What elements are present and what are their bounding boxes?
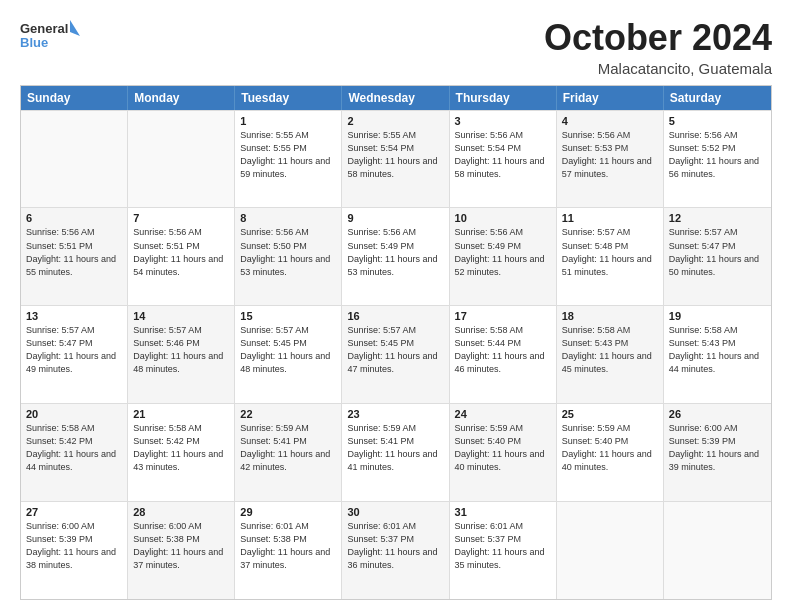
calendar-header: SundayMondayTuesdayWednesdayThursdayFrid… [21,86,771,110]
cal-cell-5: 5Sunrise: 5:56 AM Sunset: 5:52 PM Daylig… [664,111,771,208]
cal-cell-29: 29Sunrise: 6:01 AM Sunset: 5:38 PM Dayli… [235,502,342,599]
cal-cell-3: 3Sunrise: 5:56 AM Sunset: 5:54 PM Daylig… [450,111,557,208]
day-number: 20 [26,408,122,420]
day-number: 6 [26,212,122,224]
cal-cell-9: 9Sunrise: 5:56 AM Sunset: 5:49 PM Daylig… [342,208,449,305]
cell-details: Sunrise: 5:59 AM Sunset: 5:41 PM Dayligh… [347,422,443,474]
cal-cell-12: 12Sunrise: 5:57 AM Sunset: 5:47 PM Dayli… [664,208,771,305]
month-title: October 2024 [544,18,772,58]
day-number: 24 [455,408,551,420]
cell-details: Sunrise: 5:56 AM Sunset: 5:51 PM Dayligh… [26,226,122,278]
cell-details: Sunrise: 6:00 AM Sunset: 5:38 PM Dayligh… [133,520,229,572]
day-number: 16 [347,310,443,322]
cal-cell-empty [664,502,771,599]
cal-cell-2: 2Sunrise: 5:55 AM Sunset: 5:54 PM Daylig… [342,111,449,208]
day-of-week-saturday: Saturday [664,86,771,110]
cal-cell-4: 4Sunrise: 5:56 AM Sunset: 5:53 PM Daylig… [557,111,664,208]
cell-details: Sunrise: 5:57 AM Sunset: 5:45 PM Dayligh… [240,324,336,376]
cell-details: Sunrise: 5:58 AM Sunset: 5:42 PM Dayligh… [26,422,122,474]
cal-cell-31: 31Sunrise: 6:01 AM Sunset: 5:37 PM Dayli… [450,502,557,599]
day-of-week-sunday: Sunday [21,86,128,110]
calendar-row-4: 20Sunrise: 5:58 AM Sunset: 5:42 PM Dayli… [21,403,771,501]
cell-details: Sunrise: 5:58 AM Sunset: 5:43 PM Dayligh… [562,324,658,376]
cell-details: Sunrise: 5:58 AM Sunset: 5:43 PM Dayligh… [669,324,766,376]
day-number: 22 [240,408,336,420]
cal-cell-19: 19Sunrise: 5:58 AM Sunset: 5:43 PM Dayli… [664,306,771,403]
cal-cell-20: 20Sunrise: 5:58 AM Sunset: 5:42 PM Dayli… [21,404,128,501]
day-number: 12 [669,212,766,224]
day-number: 13 [26,310,122,322]
cal-cell-empty [557,502,664,599]
cal-cell-23: 23Sunrise: 5:59 AM Sunset: 5:41 PM Dayli… [342,404,449,501]
cal-cell-7: 7Sunrise: 5:56 AM Sunset: 5:51 PM Daylig… [128,208,235,305]
cal-cell-empty [128,111,235,208]
cell-details: Sunrise: 5:56 AM Sunset: 5:49 PM Dayligh… [347,226,443,278]
cal-cell-15: 15Sunrise: 5:57 AM Sunset: 5:45 PM Dayli… [235,306,342,403]
svg-marker-2 [70,20,80,36]
cell-details: Sunrise: 5:58 AM Sunset: 5:44 PM Dayligh… [455,324,551,376]
cell-details: Sunrise: 5:59 AM Sunset: 5:40 PM Dayligh… [455,422,551,474]
day-number: 11 [562,212,658,224]
cell-details: Sunrise: 5:57 AM Sunset: 5:46 PM Dayligh… [133,324,229,376]
day-number: 10 [455,212,551,224]
cal-cell-11: 11Sunrise: 5:57 AM Sunset: 5:48 PM Dayli… [557,208,664,305]
cal-cell-25: 25Sunrise: 5:59 AM Sunset: 5:40 PM Dayli… [557,404,664,501]
day-number: 15 [240,310,336,322]
cell-details: Sunrise: 5:57 AM Sunset: 5:45 PM Dayligh… [347,324,443,376]
cell-details: Sunrise: 6:00 AM Sunset: 5:39 PM Dayligh… [26,520,122,572]
cal-cell-10: 10Sunrise: 5:56 AM Sunset: 5:49 PM Dayli… [450,208,557,305]
location: Malacatancito, Guatemala [544,60,772,77]
day-number: 14 [133,310,229,322]
day-of-week-friday: Friday [557,86,664,110]
cell-details: Sunrise: 6:01 AM Sunset: 5:37 PM Dayligh… [347,520,443,572]
cal-cell-28: 28Sunrise: 6:00 AM Sunset: 5:38 PM Dayli… [128,502,235,599]
day-number: 23 [347,408,443,420]
cal-cell-17: 17Sunrise: 5:58 AM Sunset: 5:44 PM Dayli… [450,306,557,403]
cell-details: Sunrise: 5:56 AM Sunset: 5:49 PM Dayligh… [455,226,551,278]
day-of-week-wednesday: Wednesday [342,86,449,110]
calendar-row-1: 1Sunrise: 5:55 AM Sunset: 5:55 PM Daylig… [21,110,771,208]
day-of-week-thursday: Thursday [450,86,557,110]
cal-cell-21: 21Sunrise: 5:58 AM Sunset: 5:42 PM Dayli… [128,404,235,501]
cell-details: Sunrise: 5:55 AM Sunset: 5:54 PM Dayligh… [347,129,443,181]
cal-cell-24: 24Sunrise: 5:59 AM Sunset: 5:40 PM Dayli… [450,404,557,501]
day-number: 19 [669,310,766,322]
cell-details: Sunrise: 5:58 AM Sunset: 5:42 PM Dayligh… [133,422,229,474]
day-number: 31 [455,506,551,518]
cell-details: Sunrise: 5:59 AM Sunset: 5:41 PM Dayligh… [240,422,336,474]
day-number: 26 [669,408,766,420]
cell-details: Sunrise: 5:57 AM Sunset: 5:47 PM Dayligh… [26,324,122,376]
day-number: 27 [26,506,122,518]
calendar-row-5: 27Sunrise: 6:00 AM Sunset: 5:39 PM Dayli… [21,501,771,599]
cell-details: Sunrise: 5:56 AM Sunset: 5:53 PM Dayligh… [562,129,658,181]
cell-details: Sunrise: 5:57 AM Sunset: 5:48 PM Dayligh… [562,226,658,278]
header: GeneralBlue October 2024 Malacatancito, … [20,18,772,77]
day-of-week-monday: Monday [128,86,235,110]
day-number: 29 [240,506,336,518]
cal-cell-8: 8Sunrise: 5:56 AM Sunset: 5:50 PM Daylig… [235,208,342,305]
cell-details: Sunrise: 6:00 AM Sunset: 5:39 PM Dayligh… [669,422,766,474]
cell-details: Sunrise: 6:01 AM Sunset: 5:38 PM Dayligh… [240,520,336,572]
cal-cell-empty [21,111,128,208]
day-number: 18 [562,310,658,322]
cal-cell-1: 1Sunrise: 5:55 AM Sunset: 5:55 PM Daylig… [235,111,342,208]
cal-cell-26: 26Sunrise: 6:00 AM Sunset: 5:39 PM Dayli… [664,404,771,501]
calendar-row-2: 6Sunrise: 5:56 AM Sunset: 5:51 PM Daylig… [21,207,771,305]
cal-cell-30: 30Sunrise: 6:01 AM Sunset: 5:37 PM Dayli… [342,502,449,599]
calendar-body: 1Sunrise: 5:55 AM Sunset: 5:55 PM Daylig… [21,110,771,599]
header-right: October 2024 Malacatancito, Guatemala [544,18,772,77]
cell-details: Sunrise: 5:56 AM Sunset: 5:51 PM Dayligh… [133,226,229,278]
day-number: 1 [240,115,336,127]
cal-cell-22: 22Sunrise: 5:59 AM Sunset: 5:41 PM Dayli… [235,404,342,501]
day-number: 7 [133,212,229,224]
logo: GeneralBlue [20,18,80,54]
cal-cell-16: 16Sunrise: 5:57 AM Sunset: 5:45 PM Dayli… [342,306,449,403]
day-number: 2 [347,115,443,127]
cal-cell-6: 6Sunrise: 5:56 AM Sunset: 5:51 PM Daylig… [21,208,128,305]
cell-details: Sunrise: 5:55 AM Sunset: 5:55 PM Dayligh… [240,129,336,181]
svg-text:General: General [20,21,68,36]
page: GeneralBlue October 2024 Malacatancito, … [0,0,792,612]
svg-text:Blue: Blue [20,35,48,50]
calendar: SundayMondayTuesdayWednesdayThursdayFrid… [20,85,772,600]
day-number: 4 [562,115,658,127]
